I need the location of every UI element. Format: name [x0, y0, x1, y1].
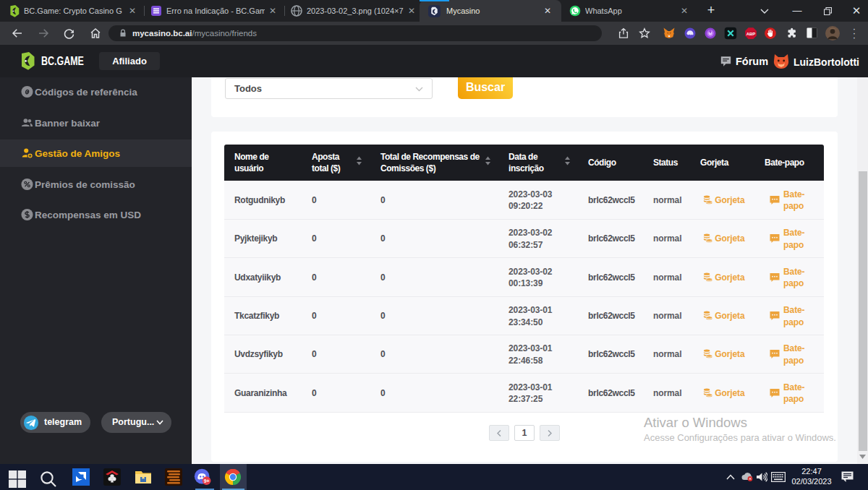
svg-text:9+: 9+ — [204, 478, 210, 483]
svg-text:ABP: ABP — [746, 32, 756, 36]
